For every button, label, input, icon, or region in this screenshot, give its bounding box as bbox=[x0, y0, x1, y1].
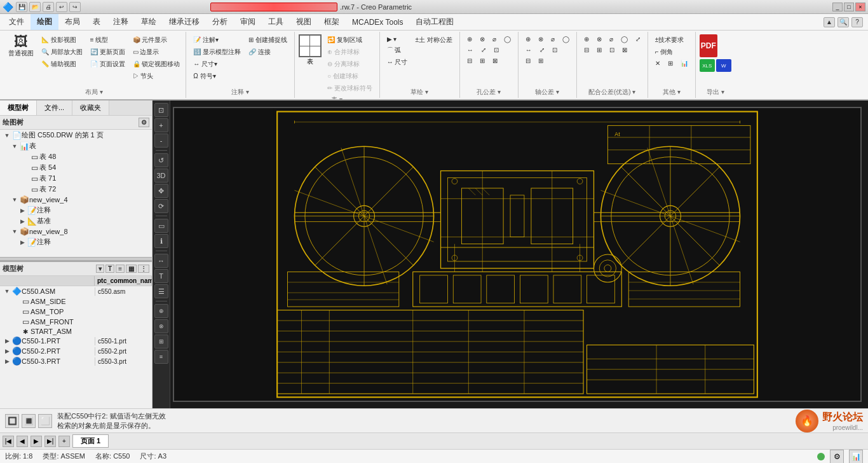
menu-annotation[interactable]: 注释 bbox=[107, 14, 135, 30]
ribbon-btn-fit-tol-6[interactable]: ⊟ bbox=[581, 45, 592, 55]
ribbon-btn-fit-tol-3[interactable]: ⌀ bbox=[606, 34, 616, 44]
ribbon-btn-show-model-annotation[interactable]: 🔢 显示模型注释 bbox=[190, 46, 244, 58]
info-btn[interactable]: ℹ bbox=[154, 234, 168, 248]
model-tree-row-asm-side[interactable]: ▭ ASM_SIDE bbox=[0, 296, 152, 307]
ribbon-btn-connect[interactable]: 🔗 连接 bbox=[245, 46, 290, 58]
toolbar-btn-undo[interactable]: ↩ bbox=[56, 2, 67, 12]
model-tree-row-start-asm[interactable]: ✱ START_ASM bbox=[0, 327, 152, 336]
ribbon-btn-other-1[interactable]: ✕ bbox=[652, 59, 663, 68]
tree-node-annotation-2[interactable]: ▶ 📝 注释 bbox=[0, 237, 152, 247]
ribbon-btn-pdf-export[interactable]: PDF bbox=[700, 34, 717, 57]
menu-view[interactable]: 视图 bbox=[290, 14, 318, 30]
ribbon-btn-shaft-tol-2[interactable]: ⊗ bbox=[535, 34, 546, 44]
page-nav-next[interactable]: ▶ bbox=[31, 436, 42, 447]
ribbon-btn-tech-require[interactable]: ±技术要求 bbox=[652, 34, 691, 46]
model-tree-row-c550-2[interactable]: ▶ 🔵 C550-2.PRT c550-2.prt bbox=[0, 346, 152, 356]
ribbon-btn-hole-tol-1[interactable]: ⊕ bbox=[464, 34, 475, 44]
model-tree-settings-btn[interactable]: T bbox=[105, 265, 114, 273]
ribbon-btn-arrow[interactable]: ▷ 节头 bbox=[130, 71, 184, 82]
menu-inherit[interactable]: 继承迁移 bbox=[163, 14, 206, 30]
ribbon-btn-shaft-tol-5[interactable]: ↔ bbox=[522, 45, 535, 55]
page-tab-1[interactable]: 页面 1 bbox=[72, 434, 109, 448]
ribbon-btn-hole-tol-9[interactable]: ⊞ bbox=[477, 56, 488, 66]
menu-auto-drawing[interactable]: 自动工程图 bbox=[409, 14, 460, 30]
panel-tab-model-tree[interactable]: 模型树 bbox=[0, 100, 37, 115]
tree-node-table-71[interactable]: ▭ 表 71 bbox=[0, 173, 152, 184]
ribbon-btn-hole-tol-3[interactable]: ⌀ bbox=[489, 34, 499, 44]
menu-file[interactable]: 文件 bbox=[3, 14, 31, 30]
close-btn[interactable]: × bbox=[855, 3, 865, 11]
drawing-tree-settings[interactable]: ⚙ bbox=[139, 118, 149, 127]
ribbon-btn-shaft-tol-7[interactable]: ⊡ bbox=[549, 45, 560, 55]
ribbon-btn-edge-display[interactable]: ▭ 边显示 bbox=[130, 46, 184, 58]
zoom-in-btn[interactable]: + bbox=[154, 118, 168, 132]
model-tree-row-asm-front[interactable]: ▭ ASM_FRONT bbox=[0, 317, 152, 327]
model-tree-more-btn[interactable]: ⋮ bbox=[138, 265, 149, 273]
menu-analysis[interactable]: 分析 bbox=[206, 14, 234, 30]
model-tree-menu-btn[interactable]: ▦ bbox=[126, 265, 137, 273]
menu-sketch[interactable]: 草绘 bbox=[135, 14, 163, 30]
ribbon-btn-split-balloon[interactable]: ⊖ 分离球标 bbox=[324, 59, 363, 70]
model-tree-row-c550-3[interactable]: ▶ 🔵 C550-3.PRT c550-3.prt bbox=[0, 356, 152, 366]
tree-node-annotation-1[interactable]: ▶ 📝 注释 bbox=[0, 205, 152, 216]
ribbon-btn-hole-tol-10[interactable]: ⊠ bbox=[489, 56, 501, 66]
tree-node-table-48[interactable]: ▭ 表 48 bbox=[0, 151, 152, 162]
dimension-btn[interactable]: ↔ bbox=[154, 254, 168, 268]
ribbon-btn-refresh[interactable]: 🔄 更新页面 bbox=[87, 46, 128, 58]
status-right-btn-1[interactable]: ⚙ bbox=[830, 450, 844, 464]
page-add[interactable]: + bbox=[58, 436, 70, 447]
menu-table[interactable]: 表 bbox=[86, 14, 107, 30]
ribbon-btn-change-balloon[interactable]: ✏ 更改球标符号 bbox=[324, 83, 376, 94]
toolbar-btn-save[interactable]: 💾 bbox=[16, 2, 27, 12]
ribbon-btn-shaft-tol-9[interactable]: ⊞ bbox=[535, 56, 546, 66]
tree-node-new-view-8[interactable]: ▼ 📦 new_view_8 bbox=[0, 226, 152, 237]
ribbon-btn-auxiliary[interactable]: 📏 辅助视图 bbox=[38, 59, 86, 70]
status-icon-3[interactable]: ⬜ bbox=[38, 414, 52, 428]
pan-btn[interactable]: ✥ bbox=[154, 184, 168, 198]
menu-tools[interactable]: 工具 bbox=[262, 14, 290, 30]
ribbon-btn-note[interactable]: 📝 注解▾ bbox=[190, 34, 244, 46]
model-tree-row-c550-1[interactable]: ▶ 🔵 C550-1.PRT c550-1.prt bbox=[0, 336, 152, 346]
ribbon-btn-shaft-tol-4[interactable]: ◯ bbox=[559, 34, 573, 44]
redraw-btn[interactable]: ↺ bbox=[154, 153, 168, 167]
ribbon-btn-merge-balloon[interactable]: ⊕ 合并球标 bbox=[324, 46, 363, 58]
ribbon-btn-create-balloon[interactable]: ○ 创建球标 bbox=[324, 71, 376, 82]
ribbon-btn-hole-tol-8[interactable]: ⊟ bbox=[464, 56, 475, 66]
ribbon-btn-word-export[interactable]: W bbox=[716, 59, 731, 72]
tree-node-drawing[interactable]: ▼ 📄 绘图 C550.DRW 的第 1 页 bbox=[0, 130, 152, 141]
ribbon-btn-fit-tol-1[interactable]: ⊕ bbox=[581, 34, 592, 44]
layer-btn[interactable]: ☰ bbox=[154, 284, 168, 298]
search-btn[interactable]: 🔍 bbox=[837, 17, 849, 27]
ribbon-btn-linetype[interactable]: ≡ 线型 bbox=[87, 34, 128, 46]
ribbon-btn-chamfer[interactable]: ⌐ 倒角 bbox=[652, 46, 691, 58]
ribbon-btn-other-2[interactable]: ⊞ bbox=[665, 59, 676, 68]
status-icon-1[interactable]: 🔲 bbox=[5, 414, 19, 428]
note-btn[interactable]: T bbox=[154, 269, 168, 283]
ribbon-btn-hole-tol-6[interactable]: ⤢ bbox=[478, 45, 489, 55]
ribbon-btn-hole-tol-2[interactable]: ⊗ bbox=[477, 34, 488, 44]
panel-tab-favorites[interactable]: 收藏夹 bbox=[72, 100, 109, 115]
ribbon-btn-shaft-tol-1[interactable]: ⊕ bbox=[522, 34, 534, 44]
ribbon-btn-hole-tol-7[interactable]: ⊡ bbox=[491, 45, 502, 55]
select-box-btn[interactable]: ▭ bbox=[154, 219, 168, 233]
ribbon-btn-normal-view[interactable]: 🖼 普通视图 bbox=[5, 33, 37, 60]
model-tree-row-asm-top[interactable]: ▭ ASM_TOP bbox=[0, 307, 152, 317]
tree-node-table-group[interactable]: ▼ 📊 表 bbox=[0, 141, 152, 151]
ribbon-btn-repeat-region[interactable]: 🔁 复制区域 bbox=[324, 34, 376, 46]
toolbar-btn-redo[interactable]: ↪ bbox=[69, 2, 81, 12]
ribbon-collapse-btn[interactable]: ▲ bbox=[824, 17, 835, 27]
status-icon-2[interactable]: 🔳 bbox=[22, 414, 36, 428]
rotate-btn[interactable]: ⟳ bbox=[154, 199, 168, 213]
window-controls[interactable]: _ □ × bbox=[832, 3, 865, 11]
ribbon-btn-component-display[interactable]: 📦 元件显示 bbox=[130, 34, 184, 46]
ribbon-btn-fit-tol-7[interactable]: ⊞ bbox=[593, 45, 605, 55]
tree-node-datum-1[interactable]: ▶ 📐 基准 bbox=[0, 216, 152, 226]
model-tree-filter-btn[interactable]: ▾ bbox=[96, 265, 104, 273]
zoom-fit-btn[interactable]: ⊡ bbox=[154, 103, 168, 117]
menu-review[interactable]: 审阅 bbox=[234, 14, 262, 30]
page-nav-last[interactable]: ▶| bbox=[44, 436, 56, 447]
model-tree-columns-btn[interactable]: ≡ bbox=[116, 265, 125, 273]
tree-node-table-72[interactable]: ▭ 表 72 bbox=[0, 184, 152, 195]
ribbon-btn-sketch-arc[interactable]: ⌒ 弧 bbox=[384, 45, 411, 56]
ribbon-btn-fit-tol-9[interactable]: ⊠ bbox=[619, 45, 630, 55]
